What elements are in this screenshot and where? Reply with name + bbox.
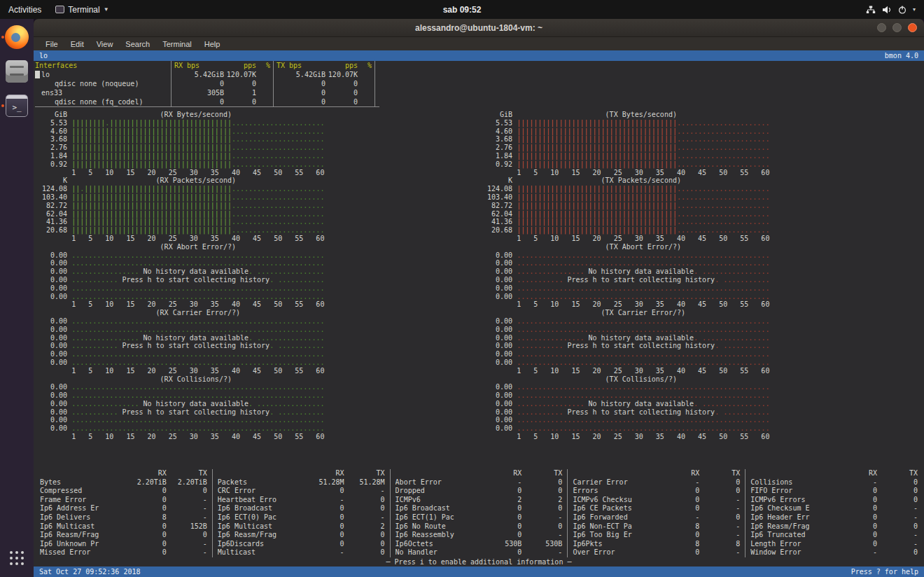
interface-name: lo	[41, 70, 50, 79]
stat-tx-value: 0	[699, 513, 740, 522]
stat-row: FIFO Error00	[750, 487, 918, 496]
bmon-title-bar: lo bmon 4.0	[34, 50, 924, 61]
clock[interactable]: sab 09:52	[443, 5, 482, 15]
graph-x-axis: 1 5 10 15 20 25 30 35 40 45 50 55 60	[517, 433, 769, 440]
graph-title: (TX Carrier Error/?)	[517, 309, 685, 317]
stat-tx-value: -	[522, 531, 562, 540]
stat-rx-value: -	[831, 548, 877, 557]
menu-item-terminal[interactable]: Terminal	[158, 40, 197, 48]
graph-ytick: 0.00	[38, 276, 71, 284]
system-tray[interactable]: ▾	[866, 0, 924, 19]
stat-row: Carrier Error-0	[573, 478, 740, 487]
stat-tx-value: 0	[344, 548, 385, 557]
menu-item-help[interactable]: Help	[200, 40, 225, 48]
menu-item-view[interactable]: View	[92, 40, 118, 48]
rx-pct-header: %	[256, 61, 270, 70]
window-titlebar[interactable]: alessandro@ubuntu-1804-vm: ~	[34, 19, 924, 37]
stat-row: Ip6 Reassembly0-	[396, 531, 563, 540]
graph-ytick: 0.00	[38, 284, 71, 292]
graph-unit-label: GiB	[483, 111, 517, 118]
tx-pps-value: 0	[326, 88, 358, 97]
chevron-down-icon: ▼	[104, 6, 109, 13]
stat-rx-value: 0	[120, 540, 167, 549]
terminal-window-icon	[55, 6, 64, 13]
dock-item-firefox[interactable]	[0, 22, 34, 52]
maximize-button[interactable]	[892, 23, 902, 32]
tx-pps-value: 0	[326, 79, 358, 88]
bmon-active-interface: lo	[39, 52, 48, 60]
menu-item-file[interactable]: File	[41, 40, 63, 48]
stat-tx-value: 2	[344, 522, 385, 531]
graph-ytick: 0.92	[38, 160, 71, 168]
history-message: No history data available	[584, 267, 694, 275]
stat-tx-value: 2	[522, 496, 562, 505]
tx-bps-value: 0	[276, 88, 326, 97]
stat-row: Bytes2.20TiB2.20TiB	[40, 478, 207, 487]
graph-ytick: 0.00	[38, 391, 71, 399]
stat-tx-value: 530B	[522, 540, 562, 549]
stat-tx-value: -	[167, 548, 207, 557]
tx-graph: K (TX Packets/second) 124.08 |||||||||||…	[483, 176, 924, 242]
tx-graph: GiB (TX Bytes/second) 5.53 |||||||||||||…	[483, 111, 924, 176]
terminal-screen[interactable]: lo bmon 4.0 Interfaces RX bps pps % TX b…	[34, 50, 924, 577]
graph-ytick: 0.00	[483, 416, 517, 424]
stat-rx-value: -	[475, 478, 522, 487]
graph-ytick: 3.68	[483, 135, 517, 143]
graph-title: (TX Abort Error/?)	[517, 243, 681, 251]
stat-rx-value: -	[653, 478, 699, 487]
minimize-button[interactable]	[877, 23, 886, 32]
stat-rx-value: 0	[653, 504, 699, 513]
stat-row: Ip6 Non-ECT Pa8-	[573, 522, 740, 531]
interface-row[interactable]: ens33305B100	[35, 88, 379, 97]
dock: >_	[0, 19, 34, 577]
graph-ytick: 82.72	[38, 202, 71, 209]
interface-row[interactable]: qdisc none (fq_codel)0000	[35, 97, 379, 106]
interfaces-header-label: Interfaces	[35, 61, 171, 70]
stat-label: FIFO Error	[750, 487, 831, 496]
show-applications-button[interactable]	[0, 543, 34, 573]
stat-row: Dropped00	[396, 487, 563, 496]
stat-rx-value: 0	[120, 531, 167, 540]
graph-ytick: 0.00	[38, 293, 71, 300]
graph-x-axis: 1 5 10 15 20 25 30 35 40 45 50 55 60	[517, 367, 769, 375]
stat-rx-value: 0	[831, 504, 877, 513]
graph-ytick: 0.00	[483, 424, 517, 432]
graph-ytick: 0.00	[38, 326, 71, 333]
stat-label: Ip6 Address Er	[40, 504, 120, 513]
volume-icon	[882, 6, 892, 14]
stat-group-4: RXTXCarrier Error-0Errors00ICMPv6 Checks…	[567, 469, 745, 557]
stat-rx-value: 0	[298, 513, 344, 522]
graph-ytick: 0.00	[38, 400, 71, 408]
menu-item-edit[interactable]: Edit	[66, 40, 89, 48]
app-menu[interactable]: Terminal ▼	[50, 0, 114, 19]
chevron-down-icon: ▾	[913, 6, 916, 13]
rx-stats-group: 5.42GiB120.07K	[171, 70, 273, 79]
stat-label: Ip6 Checksum E	[750, 504, 831, 513]
graph-title: (RX Abort Error/?)	[71, 243, 236, 251]
activities-button[interactable]: Activities	[0, 0, 50, 19]
menu-item-search[interactable]: Search	[120, 40, 155, 48]
tx-graph: (TX Abort Error/?) 0.00 ................…	[483, 243, 924, 309]
graph-ytick: 20.68	[483, 226, 517, 234]
stat-tx-value: 8	[699, 540, 740, 549]
stat-label: Multicast	[218, 548, 298, 557]
graph-ytick: 0.00	[483, 350, 517, 358]
stat-row: Ip6Discards00	[218, 540, 385, 549]
interface-row[interactable]: lo5.42GiB120.07K5.42GiB120.07K	[35, 70, 379, 79]
stat-row: Ip6 Delivers8-	[40, 513, 207, 522]
graph-ytick: 41.36	[483, 218, 517, 225]
close-button[interactable]	[908, 23, 917, 32]
stat-row: Window Error-0	[750, 548, 918, 557]
tx-pps-value: 0	[326, 97, 358, 106]
graph-ytick: 62.04	[38, 210, 71, 218]
stat-label: Ip6Pkts	[573, 540, 653, 549]
interface-name: qdisc none (noqueue)	[55, 79, 139, 88]
interface-row[interactable]: qdisc none (noqueue)0000	[35, 79, 379, 88]
dock-item-terminal[interactable]: >_	[0, 91, 34, 120]
dock-item-files[interactable]	[0, 57, 34, 86]
tx-bps-value: 0	[276, 97, 326, 106]
stat-label: Ip6 Truncated	[750, 531, 831, 540]
system-top-bar: Activities Terminal ▼ sab 09:52 ▾	[0, 0, 924, 19]
stat-row: Ip6Pkts88	[573, 540, 740, 549]
graph-ytick: 1.84	[38, 152, 71, 160]
